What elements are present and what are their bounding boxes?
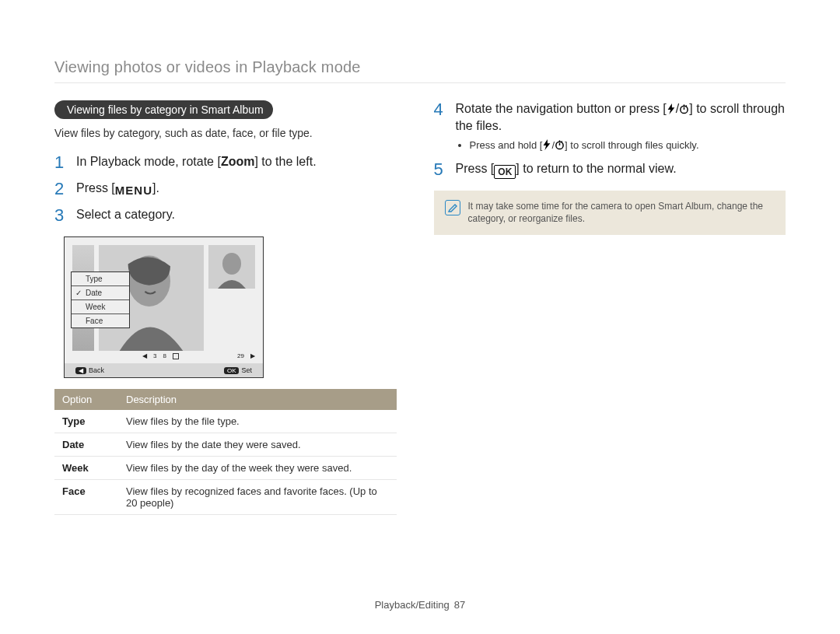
svg-point-5 [222, 253, 241, 275]
step-text: Rotate the navigation button or press [/… [456, 100, 786, 152]
menu-item-face: Face [72, 314, 129, 328]
category-dropdown: Type Date Week Face [71, 271, 130, 328]
note-text: It may take some time for the camera to … [468, 200, 775, 226]
table-row: DateView files by the date they were sav… [54, 433, 397, 456]
svg-marker-6 [667, 103, 674, 114]
filmstrip: ◀ 3 8 29 ▶ [142, 352, 255, 360]
note-box: It may take some time for the camera to … [434, 191, 786, 236]
svg-line-15 [562, 142, 562, 142]
sub-bullet: Press and hold [/] to scroll through fil… [470, 138, 786, 152]
flash-icon [542, 139, 551, 150]
step-number: 2 [54, 180, 72, 198]
menu-item-week: Week [72, 300, 129, 314]
step-number: 4 [434, 100, 451, 119]
menu-icon: MENU [115, 184, 152, 197]
page-title: Viewing photos or videos in Playback mod… [54, 58, 786, 83]
note-icon [445, 200, 460, 215]
flash-icon [667, 103, 676, 114]
set-label: OKSet [224, 366, 252, 374]
timer-icon [679, 103, 689, 114]
screenshot-illustration: Type Date Week Face ◀ 3 8 29 ▶ ◀Back OKS… [64, 236, 264, 378]
step-number: 1 [54, 153, 72, 172]
svg-line-10 [686, 106, 687, 107]
svg-marker-11 [544, 139, 551, 150]
step-number: 5 [434, 160, 451, 179]
section-pill: Viewing files by category in Smart Album [54, 100, 273, 119]
timer-icon [555, 139, 565, 150]
back-label: ◀Back [75, 366, 104, 374]
menu-item-type: Type [72, 272, 129, 286]
step-number: 3 [54, 206, 72, 225]
page-footer: Playback/Editing87 [54, 599, 786, 611]
step-text: Select a category. [76, 206, 407, 223]
step-text: Press [OK] to return to the normal view. [456, 160, 786, 179]
table-row: TypeView files by the file type. [54, 410, 397, 433]
ok-icon: OK [494, 165, 516, 179]
menu-item-date: Date [72, 286, 129, 300]
step-text: In Playback mode, rotate [Zoom] to the l… [76, 153, 407, 170]
table-row: WeekView files by the day of the week th… [54, 456, 397, 479]
step-text: Press [MENU]. [76, 180, 407, 197]
intro-text: View files by category, such as date, fa… [54, 127, 407, 139]
table-row: FaceView files by recognized faces and f… [54, 479, 397, 514]
col-option: Option [54, 389, 118, 410]
options-table: Option Description TypeView files by the… [54, 389, 397, 515]
col-description: Description [118, 389, 397, 410]
